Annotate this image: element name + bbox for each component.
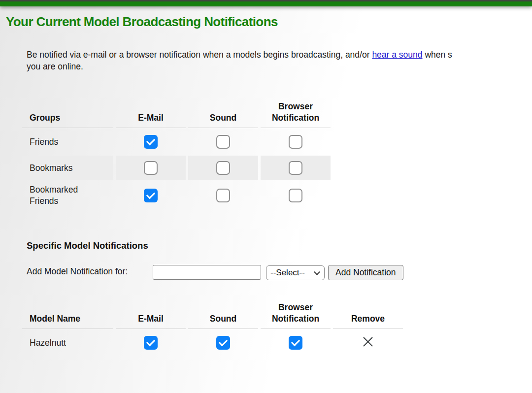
hazelnutt-email-checkbox[interactable] <box>144 336 158 350</box>
hazelnutt-sound-checkbox[interactable] <box>216 336 230 350</box>
sound-header: Sound <box>188 302 258 329</box>
specific-model-notifications-heading: Specific Model Notifications <box>27 240 148 251</box>
bookmarks-email-checkbox[interactable] <box>144 161 158 175</box>
group-select-dropdown[interactable]: --Select-- <box>266 265 325 280</box>
model-name-header: Model Name <box>22 302 113 329</box>
table-row: Bookmarked Friends <box>22 182 331 209</box>
models-header-row: Model Name E-Mail Sound Browser Notifica… <box>22 302 403 329</box>
remove-header: Remove <box>333 302 403 329</box>
intro-line-2: you are online. <box>27 62 83 71</box>
model-name-hazelnutt: Hazelnutt <box>30 337 66 349</box>
hazelnutt-browser-checkbox[interactable] <box>289 336 302 350</box>
table-row: Friends <box>22 130 331 154</box>
email-header: E-Mail <box>116 101 186 128</box>
group-label-friends: Friends <box>30 136 58 148</box>
add-model-notification-label: Add Model Notification for: <box>27 266 128 277</box>
remove-icon[interactable] <box>361 335 375 349</box>
groups-header: Groups <box>22 101 113 128</box>
model-notifications-table: Model Name E-Mail Sound Browser Notifica… <box>20 300 405 357</box>
group-label-bookmarks: Bookmarks <box>30 163 73 174</box>
group-label-bookmarked-friends: Bookmarked Friends <box>30 184 94 207</box>
table-row: Bookmarks <box>22 156 331 180</box>
groups-notifications-table: Groups E-Mail Sound Browser Notification… <box>20 99 333 211</box>
hear-a-sound-link[interactable]: hear a sound <box>372 50 422 60</box>
top-green-bar <box>0 0 532 6</box>
browser-notification-header: Browser Notification <box>261 101 331 128</box>
add-notification-button[interactable]: Add Notification <box>328 265 403 280</box>
bookmarked-friends-email-checkbox[interactable] <box>144 189 158 202</box>
bookmarks-browser-checkbox[interactable] <box>289 161 302 175</box>
page-title: Your Current Model Broadcasting Notifica… <box>6 14 278 30</box>
friends-email-checkbox[interactable] <box>144 135 158 149</box>
groups-header-row: Groups E-Mail Sound Browser Notification <box>22 101 331 128</box>
intro-text: Be notified via e-mail or a browser noti… <box>27 49 532 72</box>
intro-line-1: Be notified via e-mail or a browser noti… <box>27 49 532 61</box>
table-row: Hazelnutt <box>22 330 403 355</box>
chevron-down-icon <box>314 269 320 275</box>
bookmarked-friends-browser-checkbox[interactable] <box>289 189 302 202</box>
select-value: --Select-- <box>270 268 305 277</box>
sound-header: Sound <box>188 101 258 128</box>
model-name-input[interactable] <box>153 265 261 280</box>
friends-sound-checkbox[interactable] <box>216 135 230 149</box>
browser-notification-header: Browser Notification <box>261 302 331 329</box>
friends-browser-checkbox[interactable] <box>289 135 302 149</box>
email-header: E-Mail <box>116 302 186 329</box>
bookmarked-friends-sound-checkbox[interactable] <box>216 189 230 202</box>
bookmarks-sound-checkbox[interactable] <box>216 161 230 175</box>
